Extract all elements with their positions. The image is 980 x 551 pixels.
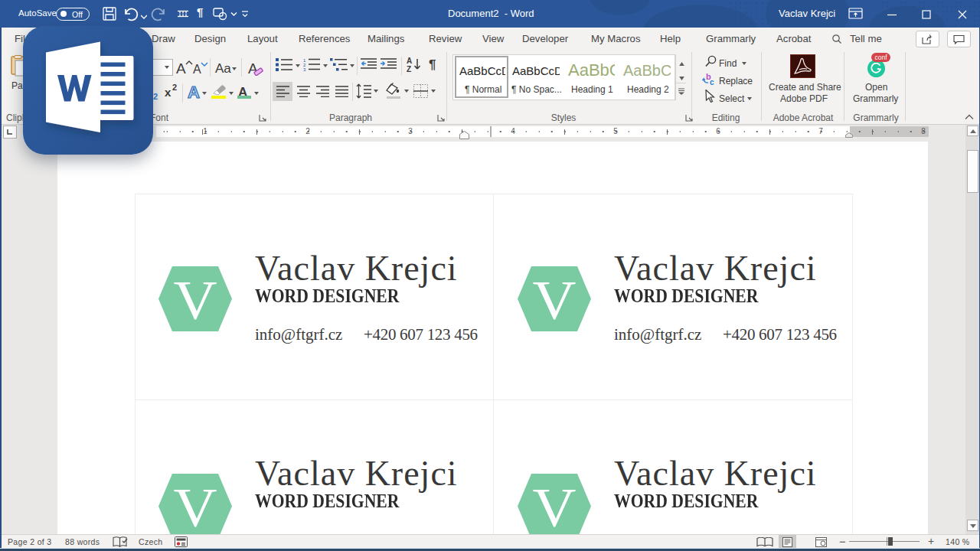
svg-text:V: V xyxy=(174,478,217,534)
svg-text:A: A xyxy=(407,57,412,65)
svg-text:3: 3 xyxy=(303,67,306,72)
svg-text:V: V xyxy=(533,478,577,534)
svg-text:Z: Z xyxy=(407,65,411,73)
svg-text:V: V xyxy=(174,270,217,330)
svg-text:c: c xyxy=(710,78,714,86)
svg-text:V: V xyxy=(533,270,577,330)
